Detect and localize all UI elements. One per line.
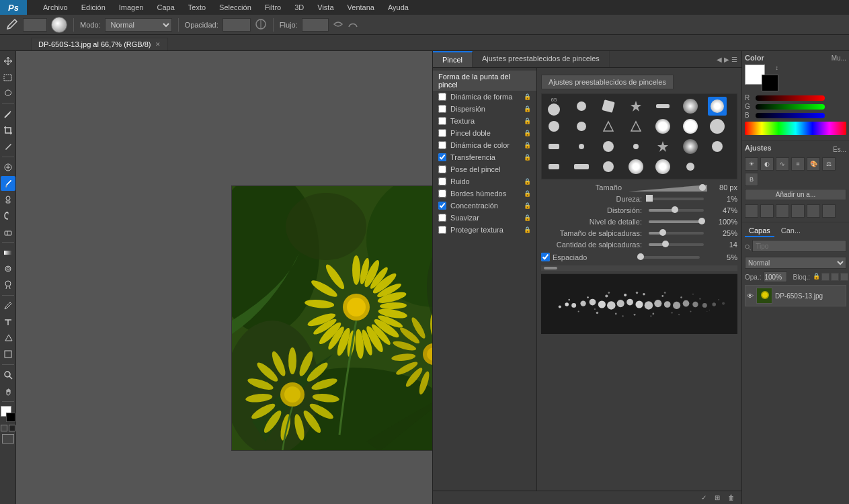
blend-mode-select[interactable]: Normal (745, 257, 846, 269)
setting-proteger-textura[interactable]: Proteger textura 🔒 (433, 224, 536, 236)
adj-btn-hue[interactable]: 🎨 (807, 157, 820, 171)
hardness-thumb[interactable] (646, 195, 653, 202)
menu-seleccion[interactable]: Selección (216, 2, 254, 13)
setting-dinamica-color[interactable]: Dinámica de color 🔒 (433, 139, 536, 151)
footer-btn-2[interactable]: ⊞ (712, 493, 723, 503)
flow-icon[interactable] (333, 19, 343, 31)
layers-tab[interactable]: Capas (745, 225, 774, 237)
brush-tip-22[interactable] (572, 157, 591, 176)
detail-slider[interactable] (649, 220, 704, 223)
menu-3d[interactable]: 3D (292, 2, 307, 13)
dinamica-forma-check[interactable] (438, 93, 446, 101)
prev-arrow[interactable]: ◀ (717, 56, 722, 63)
ruido-check[interactable] (438, 177, 446, 185)
adj-icon3[interactable] (776, 204, 789, 218)
brush-tip-1[interactable] (572, 97, 591, 116)
spacing-check[interactable] (541, 253, 550, 261)
brush-tip-20[interactable] (708, 137, 727, 156)
brush-tip-5[interactable] (681, 97, 700, 116)
brush-tip-16[interactable] (599, 137, 618, 156)
size-slider-thumb[interactable] (699, 184, 706, 191)
pincel-tab[interactable]: Pincel (433, 51, 473, 67)
setting-transferencia[interactable]: Transferencia 🔒 (433, 151, 536, 163)
zoom-tool[interactable] (1, 368, 15, 382)
brush-tip-4[interactable] (653, 97, 672, 116)
setting-bordes-humedos[interactable]: Bordes húmedos 🔒 (433, 187, 536, 200)
lock-btn-3[interactable] (840, 273, 848, 281)
adj-icon1[interactable] (745, 204, 758, 218)
path-selection-tool[interactable] (1, 331, 15, 345)
opacity-input-layers[interactable] (764, 271, 787, 282)
setting-textura[interactable]: Textura 🔒 (433, 115, 536, 127)
shape-tool[interactable] (1, 347, 15, 362)
blur-tool[interactable] (1, 261, 15, 276)
crop-tool[interactable] (1, 123, 15, 138)
suavizar-check[interactable] (438, 214, 446, 222)
setting-pose-pincel[interactable]: Pose del pincel (433, 163, 536, 175)
bg-swatch[interactable] (762, 75, 778, 91)
distorsion-thumb[interactable] (672, 206, 678, 213)
dispersion-check[interactable] (438, 105, 446, 113)
pen-tool[interactable] (1, 298, 15, 313)
standard-mode[interactable] (1, 425, 7, 431)
next-arrow[interactable]: ▶ (724, 56, 729, 63)
adj-icon6[interactable] (822, 204, 836, 218)
spacing-slider[interactable] (637, 256, 700, 259)
opacity-input[interactable]: 100% (223, 18, 251, 32)
lock-btn-2[interactable] (831, 273, 839, 281)
pose-pincel-check[interactable] (438, 165, 446, 173)
smoothing-icon[interactable] (348, 19, 358, 31)
layer-item-0[interactable]: 👁 DP-650S-13.jpg (745, 285, 846, 306)
brush-tip-21[interactable] (544, 157, 563, 176)
splatter-count-slider[interactable] (649, 243, 704, 246)
setting-forma-punta[interactable]: Forma de la punta del pincel (433, 71, 536, 91)
footer-btn-3[interactable]: 🗑 (725, 493, 737, 503)
menu-capa[interactable]: Capa (154, 2, 177, 13)
dodge-tool[interactable] (1, 278, 15, 292)
brush-tip-7[interactable] (544, 117, 563, 136)
brush-tip-12[interactable] (681, 117, 700, 136)
setting-concentracion[interactable]: Concentración 🔒 (433, 200, 536, 212)
tab-close-btn[interactable]: ✕ (155, 41, 161, 48)
move-tool[interactable] (1, 54, 15, 69)
adj-icon2[interactable] (760, 204, 774, 218)
add-adj-btn[interactable]: Añadir un a... (745, 189, 846, 200)
text-tool[interactable] (1, 314, 15, 329)
preset-button[interactable]: Ajustes preestablecidos de pinceles (541, 75, 674, 89)
adj-btn-color-balance[interactable]: ⚖ (822, 157, 836, 171)
adj-btn-curves[interactable]: ∿ (776, 157, 789, 171)
brush-tip-15[interactable] (572, 137, 591, 156)
distorsion-slider[interactable] (649, 209, 704, 212)
brush-tip-13[interactable] (708, 117, 727, 136)
background-color[interactable] (6, 413, 15, 422)
brush-tip-23[interactable] (599, 157, 618, 176)
r-track[interactable] (756, 95, 825, 101)
setting-dispersion[interactable]: Dispersión 🔒 (433, 103, 536, 115)
pincel-doble-check[interactable] (438, 129, 446, 137)
lasso-tool[interactable] (1, 86, 15, 101)
brush-tip-17[interactable] (626, 137, 645, 156)
menu-texto[interactable]: Texto (186, 2, 208, 13)
spacing-thumb[interactable] (637, 253, 644, 260)
presets-tab[interactable]: Ajustes preestablecidos de pinceles (473, 51, 610, 67)
selection-tool[interactable] (1, 70, 15, 85)
brush-tip-25[interactable] (653, 157, 672, 176)
foreground-background-colors[interactable] (1, 406, 15, 422)
setting-suavizar[interactable]: Suavizar 🔒 (433, 212, 536, 224)
adj-tab2[interactable]: Es... (833, 146, 846, 153)
adj-btn-brightness[interactable]: ☀ (745, 157, 758, 171)
color-spectrum[interactable] (745, 122, 846, 135)
brush-tip-3[interactable] (626, 97, 645, 116)
concentracion-check[interactable] (438, 202, 446, 210)
hand-tool[interactable] (1, 384, 15, 398)
lock-btn-1[interactable] (821, 273, 830, 281)
menu-archivo[interactable]: Archivo (40, 2, 71, 13)
brush-tips-grid[interactable]: 65 (541, 93, 737, 179)
b-track[interactable] (756, 113, 825, 118)
healing-tool[interactable] (1, 160, 15, 175)
textura-check[interactable] (438, 117, 446, 125)
brush-tip-18[interactable] (653, 137, 672, 156)
lock-icon-1[interactable]: 🔒 (813, 273, 820, 281)
menu-ayuda[interactable]: Ayuda (385, 2, 411, 13)
adj-btn-bw[interactable]: B (745, 173, 758, 186)
